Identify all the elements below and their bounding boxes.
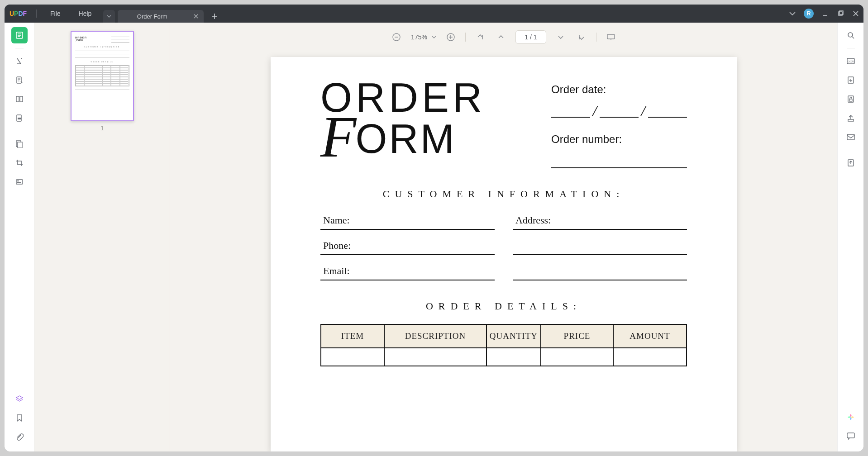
zoom-out-button[interactable] [390, 31, 403, 43]
svg-rect-3 [17, 77, 21, 83]
window-minimize[interactable] [817, 5, 833, 23]
thumbnail-panel: ORDER 𝓕ORM CUSTOMER INFORMATION ORDER DE… [34, 23, 170, 451]
page-thumbnail[interactable]: ORDER 𝓕ORM CUSTOMER INFORMATION ORDER DE… [71, 31, 134, 121]
view-toolbar: 175% 1 / 1 [170, 26, 837, 48]
divider [465, 33, 466, 42]
avatar[interactable]: R [804, 9, 814, 19]
menu-help[interactable]: Help [70, 5, 101, 23]
svg-rect-21 [849, 99, 852, 101]
tab-order-form[interactable]: Order Form [118, 10, 204, 23]
form-tool[interactable] [11, 174, 28, 190]
svg-rect-22 [848, 119, 854, 121]
customer-info-heading: CUSTOMER INFORMATION: [320, 188, 687, 200]
comment-tool[interactable] [11, 53, 28, 69]
window-close[interactable] [848, 5, 863, 23]
bookmark-button[interactable] [11, 410, 28, 426]
chevron-down-icon [432, 36, 436, 38]
presentation-button[interactable] [605, 31, 617, 43]
svg-text:OCR: OCR [848, 60, 854, 63]
compress-tool[interactable] [11, 136, 28, 152]
svg-rect-10 [16, 180, 23, 184]
svg-rect-25 [847, 433, 854, 438]
first-page-button[interactable] [474, 31, 486, 43]
attachment-button[interactable] [11, 429, 28, 445]
new-tab-button[interactable] [208, 10, 221, 23]
thumbnail-page-number: 1 [100, 125, 104, 132]
divider [15, 48, 24, 48]
order-details-heading: ORDER DETAILS: [320, 300, 687, 312]
zoom-value: 175% [411, 33, 427, 41]
col-price: PRICE [541, 324, 613, 348]
chat-button[interactable] [844, 429, 858, 443]
svg-rect-23 [847, 134, 854, 140]
document-title: ORDER FORM [320, 80, 486, 159]
page-indicator[interactable]: 1 / 1 [515, 30, 546, 44]
name-field: Name: [320, 212, 495, 230]
svg-rect-4 [16, 96, 19, 102]
main-area: 175% 1 / 1 [170, 23, 837, 451]
svg-rect-9 [18, 142, 22, 148]
svg-rect-12 [17, 182, 21, 183]
divider [36, 10, 37, 18]
divider [847, 150, 855, 150]
svg-rect-1 [839, 11, 843, 14]
app-logo: UPDF [5, 10, 32, 17]
right-toolbar: OCR [837, 23, 863, 451]
svg-rect-7 [18, 118, 21, 119]
svg-rect-0 [839, 12, 842, 15]
ai-button[interactable] [844, 410, 858, 424]
next-page-button[interactable] [554, 31, 567, 43]
menu-file[interactable]: File [41, 5, 70, 23]
col-amount: AMOUNT [613, 324, 687, 348]
crop-tool[interactable] [11, 155, 28, 171]
organize-tool[interactable] [11, 91, 28, 107]
prev-page-button[interactable] [495, 31, 507, 43]
order-number-field [551, 153, 687, 168]
document-viewport[interactable]: ORDER FORM Order date: // Order number: [170, 48, 837, 451]
layers-button[interactable] [11, 391, 28, 407]
recent-dropdown[interactable] [785, 5, 800, 23]
col-quantity: QUANTITY [486, 324, 541, 348]
left-toolbar [5, 23, 34, 451]
col-item: ITEM [321, 324, 384, 348]
order-date-label: Order date: [551, 83, 687, 96]
reader-tool[interactable] [11, 27, 28, 43]
email-field: Email: [320, 262, 495, 280]
phone-field: Phone: [320, 237, 495, 255]
zoom-level-dropdown[interactable]: 175% [411, 33, 436, 41]
titlebar: UPDF File Help Order Form R [5, 5, 863, 23]
email-button[interactable] [844, 130, 858, 144]
svg-rect-15 [607, 34, 615, 39]
last-page-button[interactable] [575, 31, 588, 43]
window-maximize[interactable] [833, 5, 848, 23]
col-description: DESCRIPTION [384, 324, 486, 348]
search-button[interactable] [844, 28, 858, 43]
divider [847, 48, 855, 48]
order-number-label: Order number: [551, 133, 687, 146]
address-field-line2 [513, 237, 687, 255]
pdf-page: ORDER FORM Order date: // Order number: [271, 57, 737, 451]
address-field-line3 [513, 262, 687, 280]
share-button[interactable] [844, 111, 858, 125]
divider [596, 33, 596, 42]
ocr-button[interactable]: OCR [844, 54, 858, 68]
protect-button[interactable] [844, 92, 858, 106]
redact-tool[interactable] [11, 110, 28, 126]
order-date-field: // [551, 100, 687, 118]
table-row [321, 348, 687, 366]
save-button[interactable] [844, 156, 858, 170]
divider [15, 131, 24, 131]
tab-title: Order Form [122, 13, 182, 20]
export-button[interactable] [844, 73, 858, 87]
zoom-in-button[interactable] [444, 31, 457, 43]
svg-rect-5 [20, 96, 23, 102]
tab-list-dropdown[interactable] [103, 10, 115, 23]
svg-point-16 [848, 33, 853, 37]
close-icon[interactable] [193, 13, 199, 19]
address-field: Address: [513, 212, 687, 230]
order-details-table: ITEM DESCRIPTION QUANTITY PRICE AMOUNT [320, 324, 687, 366]
svg-rect-11 [17, 180, 19, 181]
edit-tool[interactable] [11, 72, 28, 88]
